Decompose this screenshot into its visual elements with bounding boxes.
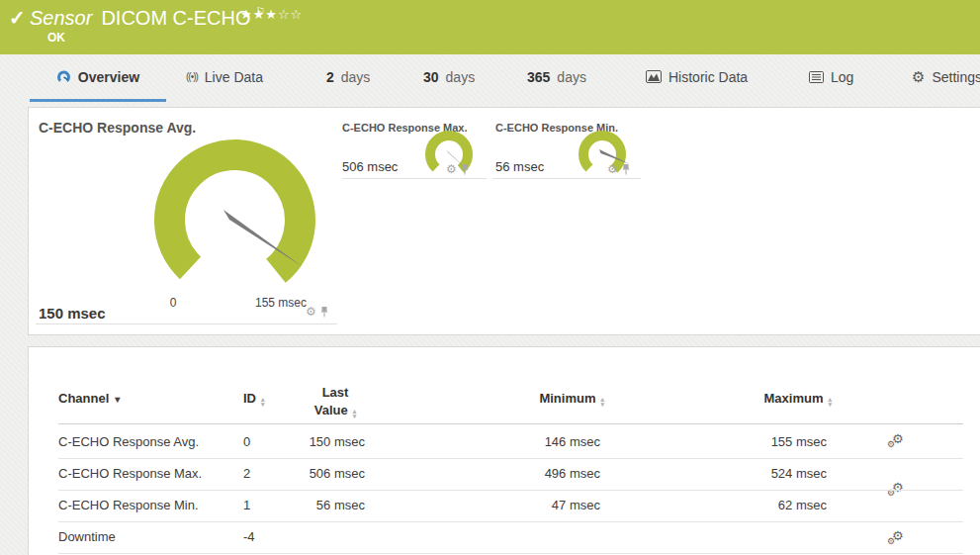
cell-last-value: 56 msec: [266, 498, 365, 512]
tab-log[interactable]: Log: [809, 54, 853, 99]
cell-last-value: 150 msec: [266, 434, 365, 449]
widget-divider: [36, 324, 337, 324]
cell-id: 2: [243, 466, 250, 481]
tab-overview[interactable]: Overview: [30, 54, 166, 102]
gauge-avg-tools: ⚙: [306, 306, 328, 318]
cell-channel: C-ECHO Response Max.: [58, 466, 202, 481]
table-row: C-ECHO Response Avg. 0 150 msec 146 msec…: [29, 347, 980, 364]
column-header-minimum[interactable]: Minimum▴▾: [456, 391, 604, 407]
stars-filled: ★★★: [240, 7, 278, 22]
sort-desc-icon: ▾: [115, 394, 120, 405]
page-title: DICOM C-ECHO: [101, 7, 250, 29]
gauge-avg-value: 150 msec: [39, 305, 106, 322]
tab-30-days[interactable]: 30 days: [423, 54, 475, 99]
channel-settings-icon[interactable]: ⚙⚙: [888, 531, 905, 548]
gauge-max-tools: ⚙: [446, 163, 469, 175]
row-divider: [58, 458, 963, 459]
status-badge: OK: [47, 31, 65, 45]
tab-label: Log: [831, 69, 853, 85]
tab-unit: days: [557, 69, 586, 85]
tab-unit: days: [446, 69, 476, 85]
sensor-kind-label: Sensor: [30, 7, 92, 29]
priority-stars[interactable]: ★★★☆☆: [240, 7, 303, 22]
cell-channel: Downtime: [58, 529, 116, 544]
sort-icon: ▴▾: [261, 397, 265, 407]
tab-label: Historic Data: [668, 69, 748, 85]
tab-unit: days: [341, 69, 371, 85]
gear-icon: ⚙: [912, 69, 925, 84]
pin-icon[interactable]: [622, 163, 630, 175]
tab-settings[interactable]: ⚙ Settings: [912, 54, 980, 99]
status-ok-check-icon: ✓: [9, 6, 26, 30]
stars-empty: ☆☆: [278, 7, 303, 22]
cell-channel: C-ECHO Response Min.: [58, 498, 199, 512]
widget-gear-icon[interactable]: ⚙: [607, 163, 618, 175]
cell-last-value: 506 msec: [266, 466, 365, 481]
table-row: C-ECHO Response Max. 2 506 msec 496 msec…: [29, 364, 980, 381]
tab-label: Overview: [78, 69, 139, 85]
gauge-avg-scale-min: 0: [163, 296, 183, 310]
sensor-header: ✓ SensorDICOM C-ECHO⚐ ★★★☆☆ OK: [0, 0, 980, 54]
gauge-max-value: 506 msec: [342, 159, 398, 174]
gauge-min-value: 56 msec: [495, 159, 544, 174]
gauges-panel: C-ECHO Response Avg. 0 155 msec 150 msec…: [28, 107, 980, 335]
row-divider: [58, 490, 963, 491]
cell-maximum: 155 msec: [678, 434, 827, 449]
channel-settings-icon[interactable]: ⚙⚙: [888, 483, 905, 500]
area-chart-icon: [646, 70, 662, 83]
tab-bar: Overview ((•)) Live Data 2 days 30 days …: [0, 54, 980, 99]
tab-label: Settings: [932, 69, 980, 85]
sort-icon: ▴▾: [828, 397, 832, 407]
sensor-title-line: SensorDICOM C-ECHO⚐: [30, 5, 265, 30]
header-divider: [58, 423, 963, 424]
column-header-last-value[interactable]: Last Value▴▾: [286, 384, 385, 419]
cell-maximum: 62 msec: [678, 498, 827, 512]
pin-icon[interactable]: [320, 306, 328, 318]
cell-id: 0: [243, 434, 250, 449]
tab-number: 365: [527, 69, 550, 85]
widget-divider: [342, 178, 487, 179]
prtg-sensor-page: ✓ SensorDICOM C-ECHO⚐ ★★★☆☆ OK Overview …: [0, 0, 980, 555]
log-list-icon: [809, 71, 824, 83]
sort-icon: ▴▾: [600, 397, 604, 407]
tab-number: 2: [326, 69, 334, 85]
cell-minimum: 47 msec: [452, 498, 600, 512]
tab-365-days[interactable]: 365 days: [527, 54, 586, 99]
cell-maximum: 524 msec: [678, 466, 827, 481]
tab-live-data[interactable]: ((•)) Live Data: [186, 54, 263, 99]
column-header-maximum[interactable]: Maximum▴▾: [683, 391, 832, 407]
tab-number: 30: [423, 69, 439, 85]
column-header-id[interactable]: ID▴▾: [243, 391, 265, 407]
widget-gear-icon[interactable]: ⚙: [306, 306, 316, 318]
tab-historic-data[interactable]: Historic Data: [646, 54, 748, 99]
live-broadcast-icon: ((•)): [186, 71, 198, 82]
widget-gear-icon[interactable]: ⚙: [446, 163, 457, 175]
tab-label: Live Data: [205, 69, 263, 85]
row-divider: [58, 553, 963, 554]
cell-id: -4: [243, 529, 255, 544]
gauge-icon: [56, 69, 71, 84]
cell-channel: C-ECHO Response Avg.: [58, 434, 199, 449]
sort-icon: ▴▾: [353, 409, 357, 418]
cell-id: 1: [243, 498, 250, 512]
row-divider: [58, 521, 963, 522]
cell-minimum: 496 msec: [452, 466, 600, 481]
channel-settings-icon[interactable]: ⚙⚙: [888, 434, 905, 451]
gauge-min-tools: ⚙: [607, 163, 630, 175]
tab-2-days[interactable]: 2 days: [326, 54, 370, 99]
column-header-channel[interactable]: Channel▾: [58, 391, 120, 406]
widget-divider: [492, 178, 641, 179]
cell-minimum: 146 msec: [452, 434, 600, 449]
gauge-avg-dial: [144, 132, 327, 290]
pin-icon[interactable]: [461, 163, 469, 175]
channels-table-panel: Channel▾ ID▴▾ Last Value▴▾ Minimum▴▾ Max…: [28, 346, 980, 555]
